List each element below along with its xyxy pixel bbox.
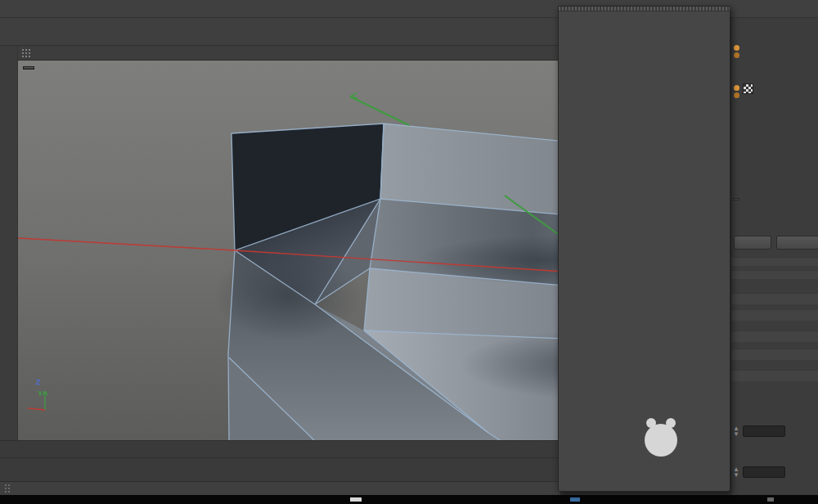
cinema4d-vertical-brand: [0, 446, 11, 493]
view-label[interactable]: [23, 66, 34, 70]
object-item-icon[interactable]: [734, 45, 739, 51]
taskbar-strip: [0, 495, 818, 504]
object-item-icon[interactable]: [734, 85, 739, 91]
viewport-grid-icon[interactable]: [21, 48, 31, 58]
phong-section-button[interactable]: [776, 236, 818, 250]
cinema4d-window: Z Y ▲▼ ▲▼: [0, 0, 818, 504]
mode-toolbar: [0, 46, 18, 440]
context-menu: [558, 6, 730, 492]
coordinates-section-button[interactable]: [734, 236, 771, 250]
size-field-z[interactable]: ▲▼: [733, 466, 785, 478]
object-manager-tabs: [731, 18, 818, 26]
modeling-tool-row: [0, 457, 560, 481]
spinner-icon[interactable]: ▲▼: [733, 466, 739, 478]
selection-toolbar: [0, 440, 560, 457]
texture-tag-icon[interactable]: [743, 83, 753, 94]
svg-text:Y: Y: [38, 389, 43, 398]
size-field-x[interactable]: ▲▼: [733, 425, 785, 437]
spinner-icon[interactable]: ▲▼: [733, 425, 739, 437]
svg-text:Z: Z: [36, 378, 41, 386]
attribute-menu-fragment: [733, 198, 739, 200]
right-panel: ▲▼ ▲▼: [730, 18, 818, 495]
statusbar: [0, 481, 560, 495]
